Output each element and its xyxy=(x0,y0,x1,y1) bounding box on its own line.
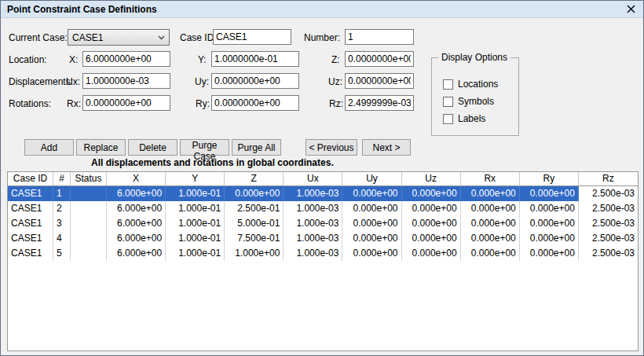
table-cell: 1.000e+00 xyxy=(225,246,284,261)
table-cell: 0.000e+00 xyxy=(402,186,461,201)
locations-checkbox[interactable] xyxy=(443,79,453,90)
case-id-input[interactable] xyxy=(213,29,291,45)
table-cell: 5.000e-01 xyxy=(225,216,284,231)
table-cell: 0.000e+00 xyxy=(402,201,461,216)
table-cell: 0.000e+00 xyxy=(342,216,401,231)
uy-input[interactable] xyxy=(211,73,299,89)
previous-button[interactable]: < Previous xyxy=(306,139,357,156)
table-cell xyxy=(71,216,107,231)
number-input[interactable] xyxy=(345,29,414,45)
cases-table: Case ID#StatusXYZUxUyUzRxRyRz CASE116.00… xyxy=(7,171,639,351)
column-header-y[interactable]: Y xyxy=(166,172,225,186)
ux-label: Ux: xyxy=(66,76,80,87)
table-cell: CASE1 xyxy=(8,246,53,261)
table-cell: 6.000e+00 xyxy=(107,231,166,246)
table-cell: 2.500e-03 xyxy=(579,186,638,201)
rx-label: Rx: xyxy=(67,98,81,109)
purge-case-button[interactable]: Purge Case xyxy=(180,139,229,156)
table-cell: 0.000e+00 xyxy=(342,246,401,261)
table-cell: 2.500e-01 xyxy=(225,201,284,216)
ux-input[interactable] xyxy=(82,73,170,89)
table-cell: 1 xyxy=(53,186,71,201)
table-cell: 2 xyxy=(53,201,71,216)
table-cell xyxy=(71,186,107,201)
add-button[interactable]: Add xyxy=(24,139,74,156)
display-options-group: Display Options Locations Symbols Labels xyxy=(431,57,519,136)
table-cell: CASE1 xyxy=(8,231,53,246)
table-cell: 1.000e-01 xyxy=(166,186,225,201)
table-cell: 2.500e-03 xyxy=(579,201,638,216)
column-header-uy[interactable]: Uy xyxy=(342,172,401,186)
table-cell: 6.000e+00 xyxy=(107,246,166,261)
rotations-label: Rotations: xyxy=(9,98,51,109)
column-header-uz[interactable]: Uz xyxy=(402,172,461,186)
column-header-ux[interactable]: Ux xyxy=(284,172,342,186)
replace-button[interactable]: Replace xyxy=(76,139,126,156)
current-case-value: CASE1 xyxy=(72,32,103,43)
column-header-x[interactable]: X xyxy=(107,172,166,186)
table-cell: 1.000e-01 xyxy=(166,246,225,261)
table-cell: 2.500e-03 xyxy=(579,246,638,261)
symbols-checkbox-row[interactable]: Symbols xyxy=(443,96,494,107)
point-constraint-dialog: Point Constraint Case Definitions Curren… xyxy=(0,0,644,356)
table-cell: 1.000e-03 xyxy=(284,186,342,201)
rx-input[interactable] xyxy=(82,95,170,111)
table-row[interactable]: CASE116.000e+001.000e-010.000e+001.000e-… xyxy=(8,186,638,201)
number-label: Number: xyxy=(304,32,340,43)
table-cell xyxy=(71,201,107,216)
table-row[interactable]: CASE126.000e+001.000e-012.500e-011.000e-… xyxy=(8,201,638,216)
uz-input[interactable] xyxy=(345,73,414,89)
table-cell: 0.000e+00 xyxy=(461,231,520,246)
x-input[interactable] xyxy=(82,51,170,67)
table-row[interactable]: CASE156.000e+001.000e-011.000e+001.000e-… xyxy=(8,246,638,261)
purge-all-button[interactable]: Purge All xyxy=(232,139,281,156)
column-header-ry[interactable]: Ry xyxy=(520,172,579,186)
labels-checkbox[interactable] xyxy=(443,114,453,124)
table-cell: 6.000e+00 xyxy=(107,201,166,216)
table-cell: 0.000e+00 xyxy=(402,231,461,246)
symbols-checkbox-label: Symbols xyxy=(458,96,494,107)
table-cell: CASE1 xyxy=(8,216,53,231)
table-body: CASE116.000e+001.000e-010.000e+001.000e-… xyxy=(8,186,638,261)
location-label: Location: xyxy=(9,54,47,65)
close-icon[interactable] xyxy=(624,3,637,16)
y-input[interactable] xyxy=(211,51,299,67)
table-cell: 7.500e-01 xyxy=(225,231,284,246)
column-header-1[interactable]: # xyxy=(53,172,71,186)
table-cell: 0.000e+00 xyxy=(402,246,461,261)
current-case-label: Current Case: xyxy=(9,32,68,43)
uz-label: Uz: xyxy=(328,76,342,87)
table-cell: 6.000e+00 xyxy=(107,186,166,201)
case-id-label: Case ID: xyxy=(180,32,217,43)
column-header-rz[interactable]: Rz xyxy=(579,172,638,186)
rz-input[interactable] xyxy=(345,95,414,111)
table-cell: 0.000e+00 xyxy=(461,201,520,216)
locations-checkbox-row[interactable]: Locations xyxy=(443,79,498,90)
table-row[interactable]: CASE136.000e+001.000e-015.000e-011.000e-… xyxy=(8,216,638,231)
labels-checkbox-label: Labels xyxy=(458,113,485,124)
z-input[interactable] xyxy=(345,51,414,67)
table-cell: 4 xyxy=(53,231,71,246)
table-cell: 0.000e+00 xyxy=(342,201,401,216)
column-header-case-id[interactable]: Case ID xyxy=(8,172,53,186)
current-case-select[interactable]: CASE1 xyxy=(68,29,170,46)
table-cell: 0.000e+00 xyxy=(520,201,579,216)
ry-input[interactable] xyxy=(211,95,299,111)
column-header-rx[interactable]: Rx xyxy=(461,172,520,186)
table-cell xyxy=(71,231,107,246)
title-bar[interactable]: Point Constraint Case Definitions xyxy=(1,1,643,18)
displacements-label: Displacements: xyxy=(9,76,73,87)
next-button[interactable]: Next > xyxy=(362,139,411,156)
column-header-status[interactable]: Status xyxy=(71,172,107,186)
symbols-checkbox[interactable] xyxy=(443,97,453,107)
labels-checkbox-row[interactable]: Labels xyxy=(443,113,485,124)
column-header-z[interactable]: Z xyxy=(225,172,284,186)
table-cell: 0.000e+00 xyxy=(520,216,579,231)
y-label: Y: xyxy=(198,54,207,65)
window-title: Point Constraint Case Definitions xyxy=(7,4,157,15)
table-row[interactable]: CASE146.000e+001.000e-017.500e-011.000e-… xyxy=(8,231,638,246)
table-cell: 0.000e+00 xyxy=(461,186,520,201)
delete-button[interactable]: Delete xyxy=(128,139,177,156)
table-cell: 0.000e+00 xyxy=(342,231,401,246)
table-cell: 0.000e+00 xyxy=(520,246,579,261)
